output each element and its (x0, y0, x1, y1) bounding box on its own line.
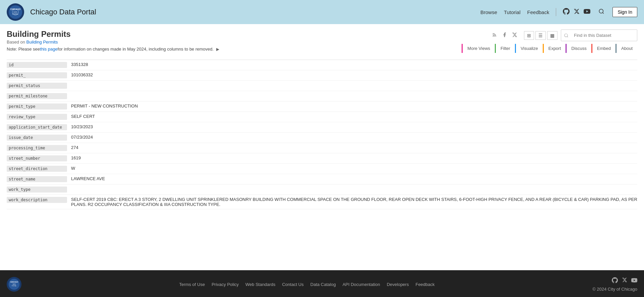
record-row: application_start_date10/23/2023 (7, 122, 637, 133)
nav-divider (556, 8, 556, 16)
record-key: permit_type (7, 103, 67, 109)
footer-link[interactable]: Feedback (415, 282, 434, 287)
share-icons (492, 32, 518, 39)
footer-social-icons (612, 277, 637, 285)
nav-browse[interactable]: Browse (480, 9, 497, 15)
record-value: W (71, 166, 75, 171)
embed-tab[interactable]: Embed (591, 44, 616, 53)
row-view-button[interactable]: ☰ (535, 31, 546, 40)
more-views-tab[interactable]: More Views (462, 44, 495, 53)
facebook-icon[interactable] (502, 32, 507, 39)
record-value: 3351328 (71, 62, 88, 67)
page-title-section: Building Permits Based on Building Permi… (7, 29, 462, 52)
record-value: SELF CERT (71, 114, 95, 119)
record-key: review_type (7, 114, 67, 120)
record-row: processing_time274 (7, 143, 637, 153)
record-value: SELF-CERT 2019 CBC: ERECT A 3 STORY, 2 D… (71, 197, 637, 207)
svg-text:DATA: DATA (12, 284, 16, 285)
record-key: street_number (7, 155, 67, 161)
record-row: street_number1619 (7, 153, 637, 164)
record-row: permit_milestone (7, 91, 637, 101)
twitter-share-icon[interactable] (512, 32, 517, 39)
page-title: Building Permits (7, 29, 462, 39)
notice-bar: Note: Please see this page for informati… (7, 47, 462, 52)
record-key: permit_ (7, 72, 67, 78)
record-row: permit_status (7, 81, 637, 91)
record-key: issue_date (7, 135, 67, 141)
youtube-icon[interactable] (584, 8, 590, 16)
footer-link[interactable]: Contact Us (282, 282, 303, 287)
notice-suffix: for information on changes made in May 2… (58, 47, 214, 52)
record-row: street_nameLAWRENCE AVE (7, 174, 637, 184)
footer-youtube-icon[interactable] (631, 277, 637, 285)
record-key: permit_status (7, 83, 67, 89)
subtitle-link[interactable]: Building Permits (26, 40, 58, 45)
footer-right: © 2024 City of Chicago (592, 277, 637, 292)
record-value: 10/23/2023 (71, 124, 93, 129)
export-tab[interactable]: Export (543, 44, 566, 53)
dataset-toolbar: ⊞ ☰ ▦ More Views Filter Visualize Export… (462, 29, 637, 53)
record-value: LAWRENCE AVE (71, 176, 105, 181)
footer-github-icon[interactable] (612, 277, 618, 285)
svg-text:CHICAGO: CHICAGO (10, 281, 18, 283)
visualize-tab[interactable]: Visualize (515, 44, 543, 53)
record-value: 07/23/2024 (71, 135, 93, 140)
svg-text:PORTAL: PORTAL (12, 285, 16, 287)
svg-line-9 (567, 36, 568, 37)
svg-point-6 (599, 9, 603, 13)
svg-line-7 (603, 12, 604, 13)
about-tab[interactable]: About (616, 44, 637, 53)
discuss-tab[interactable]: Discuss (566, 44, 591, 53)
record-row: permit_typePERMIT - NEW CONSTRUCTION (7, 101, 637, 112)
svg-text:CHICAGO: CHICAGO (10, 8, 20, 10)
logo-icon: CHICAGO DATA PORTAL (7, 3, 24, 21)
record-row: work_type (7, 184, 637, 195)
record-key: work_description (7, 197, 67, 203)
site-title: Chicago Data Portal (30, 8, 96, 16)
footer-link[interactable]: Developers (387, 282, 409, 287)
site-footer: CHICAGO DATA PORTAL Terms of UsePrivacy … (0, 270, 644, 297)
header-search-button[interactable] (597, 7, 606, 17)
site-logo-link[interactable]: CHICAGO DATA PORTAL Chicago Data Portal (7, 3, 96, 21)
page-header: Building Permits Based on Building Permi… (7, 29, 637, 53)
notice-text: Note: Please see (7, 47, 40, 52)
footer-link[interactable]: Terms of Use (179, 282, 205, 287)
grid-view-button[interactable]: ⊞ (524, 31, 534, 40)
record-row: permit_101036332 (7, 70, 637, 81)
card-view-button[interactable]: ▦ (547, 31, 558, 40)
footer-copyright: © 2024 City of Chicago (592, 287, 637, 292)
record-key: application_start_date (7, 124, 67, 130)
footer-link[interactable]: Privacy Policy (212, 282, 239, 287)
footer-link[interactable]: Web Standards (245, 282, 275, 287)
svg-text:DATA: DATA (13, 11, 18, 13)
nav-feedback[interactable]: Feedback (527, 9, 549, 15)
record-key: id (7, 62, 67, 68)
record-key: work_type (7, 187, 67, 193)
record-row: id3351328 (7, 60, 637, 70)
dataset-search-icon (564, 33, 569, 38)
record-view: id3351328permit_101036332permit_statuspe… (7, 60, 637, 209)
rss-icon[interactable] (492, 32, 497, 39)
svg-point-8 (565, 33, 568, 36)
record-value: PERMIT - NEW CONSTRUCTION (71, 103, 138, 108)
social-icons (563, 8, 590, 16)
dataset-search-input[interactable] (571, 31, 634, 40)
footer-twitter-icon[interactable] (622, 277, 627, 285)
github-icon[interactable] (563, 8, 570, 16)
record-key: permit_milestone (7, 93, 67, 99)
footer-link[interactable]: API Documentation (343, 282, 380, 287)
notice-link[interactable]: this page (40, 47, 58, 52)
record-row: issue_date07/23/2024 (7, 133, 637, 143)
footer-link[interactable]: Data Catalog (310, 282, 336, 287)
nav-tutorial[interactable]: Tutorial (504, 9, 520, 15)
footer-logo: CHICAGO DATA PORTAL (7, 277, 21, 292)
notice-arrow-icon: ▶ (216, 47, 219, 52)
record-value: 101036332 (71, 72, 93, 77)
subtitle-prefix: Based on (7, 40, 26, 45)
action-tabs: More Views Filter Visualize Export Discu… (462, 44, 637, 53)
footer-links: Terms of UsePrivacy PolicyWeb StandardsC… (21, 282, 592, 287)
record-row: street_directionW (7, 164, 637, 174)
twitter-x-icon[interactable] (574, 8, 580, 16)
sign-in-button[interactable]: Sign In (612, 7, 637, 17)
filter-tab[interactable]: Filter (495, 44, 515, 53)
